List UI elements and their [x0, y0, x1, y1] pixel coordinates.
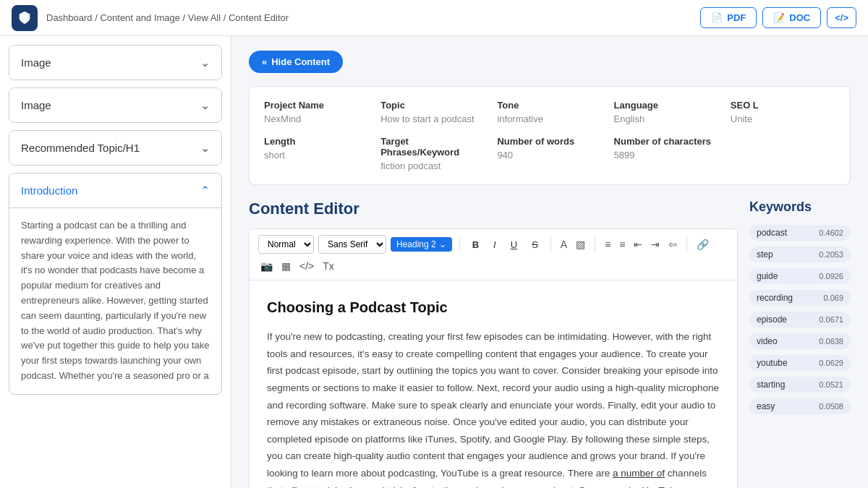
keywords-panel: Keywords podcast0.4602step0.2053guide0.0… — [749, 200, 851, 488]
code-block-icon[interactable]: </> — [297, 258, 316, 274]
keyword-tag: podcast0.4602 — [749, 225, 851, 241]
header-left: Dashboard / Content and Image / View All… — [12, 5, 289, 31]
editor-content-body: If you're new to podcasting, creating yo… — [267, 328, 720, 488]
font-select[interactable]: Sans Serif — [318, 235, 386, 254]
keyword-tag: easy0.0508 — [749, 398, 851, 414]
pdf-icon: 📄 — [711, 12, 723, 23]
keyword-score: 0.0629 — [819, 359, 843, 367]
style-select[interactable]: Normal — [258, 235, 314, 254]
main-layout: Image ⌄ Image ⌄ Recommended Topic/H1 ⌄ I… — [0, 36, 868, 488]
code-icon: </> — [835, 12, 848, 23]
keyword-score: 0.2053 — [819, 250, 843, 259]
chevron-down-icon: ⌄ — [200, 98, 210, 112]
editor-column: Content Editor Normal Sans Serif Heading… — [249, 200, 738, 488]
code-button[interactable]: </> — [827, 7, 856, 28]
italic-button[interactable]: I — [488, 236, 501, 254]
keyword-name: guide — [757, 271, 778, 281]
sidebar-item-image2-header[interactable]: Image ⌄ — [9, 88, 221, 122]
sidebar-item-introduction: Introduction ⌃ Starting a podcast can be… — [9, 173, 222, 395]
chevron-down-icon: ⌄ — [200, 141, 210, 155]
meta-tone: Tone informative — [497, 100, 602, 124]
sidebar-item-recommended-header[interactable]: Recommended Topic/H1 ⌄ — [9, 131, 221, 165]
chevron-down-icon: ⌄ — [439, 239, 446, 249]
keyword-tag: starting0.0521 — [749, 377, 851, 393]
toolbar-separator3 — [595, 237, 595, 252]
editor-toolbar: Normal Sans Serif Heading 2 ⌄ B I U — [250, 229, 737, 281]
doc-icon: 📝 — [773, 12, 785, 23]
chevron-down-icon: ⌄ — [200, 56, 210, 69]
keyword-tag: video0.0638 — [749, 333, 851, 349]
chevrons-left-icon: « — [262, 56, 267, 67]
meta-target: Target Phrases/Keyword fiction podcast — [380, 136, 485, 171]
keyword-score: 0.0926 — [819, 272, 843, 281]
toolbar-separator — [459, 237, 460, 252]
list-ordered-icon[interactable]: ≡ — [603, 236, 613, 252]
breadcrumb: Dashboard / Content and Image / View All… — [46, 12, 289, 23]
meta-project: Project Name NexMind — [264, 100, 369, 124]
keyword-score: 0.0638 — [819, 337, 843, 346]
keyword-score: 0.4602 — [819, 228, 843, 237]
meta-seo: SEO L Unite — [731, 100, 835, 124]
pdf-button[interactable]: 📄 PDF — [700, 7, 757, 28]
keyword-score: 0.0521 — [819, 380, 843, 389]
toolbar-separator4 — [686, 237, 687, 252]
keyword-tag: step0.2053 — [749, 247, 851, 262]
logo — [12, 5, 38, 31]
keyword-name: youtube — [757, 358, 788, 368]
keyword-score: 0.0508 — [819, 402, 843, 411]
keyword-name: podcast — [757, 228, 787, 238]
editor-section: Content Editor Normal Sans Serif Heading… — [249, 200, 851, 488]
sidebar: Image ⌄ Image ⌄ Recommended Topic/H1 ⌄ I… — [0, 36, 231, 488]
sidebar-item-recommended: Recommended Topic/H1 ⌄ — [9, 130, 222, 166]
sidebar-item-image1: Image ⌄ — [9, 45, 222, 80]
sidebar-item-introduction-content: Starting a podcast can be a thrilling an… — [9, 208, 221, 394]
clear-format-icon[interactable]: Tx — [320, 258, 336, 274]
highlight-icon[interactable]: ▧ — [574, 236, 587, 252]
link-icon[interactable]: 🔗 — [694, 236, 711, 252]
strikethrough-button[interactable]: S — [527, 236, 543, 254]
meta-words: Number of words 940 — [497, 136, 602, 171]
keyword-name: easy — [757, 401, 775, 411]
editor-content-heading: Choosing a Podcast Topic — [267, 295, 720, 320]
sidebar-item-image2: Image ⌄ — [9, 87, 222, 123]
table-icon[interactable]: ▦ — [279, 258, 293, 274]
list-unordered-icon[interactable]: ≡ — [617, 236, 627, 252]
meta-length: Length short — [264, 136, 369, 171]
editor-body[interactable]: Choosing a Podcast Topic If you're new t… — [250, 281, 737, 488]
header: Dashboard / Content and Image / View All… — [0, 0, 868, 36]
hide-content-button[interactable]: « Hide Content — [249, 51, 343, 73]
keyword-name: video — [757, 336, 778, 346]
heading-select[interactable]: Heading 2 ⌄ — [391, 237, 452, 252]
keyword-name: step — [757, 249, 773, 260]
chevron-up-icon: ⌃ — [200, 184, 210, 197]
keyword-score: 0.0671 — [819, 315, 843, 324]
keyword-name: episode — [757, 314, 787, 325]
keyword-tag: recording0.069 — [749, 290, 851, 306]
keyword-name: recording — [757, 293, 793, 303]
sidebar-item-introduction-header[interactable]: Introduction ⌃ — [9, 174, 221, 208]
keyword-tag: guide0.0926 — [749, 268, 851, 284]
editor-section-title: Content Editor — [249, 200, 738, 218]
align-right-icon[interactable]: ⇦ — [666, 236, 679, 252]
keywords-list: podcast0.4602step0.2053guide0.0926record… — [749, 225, 851, 420]
font-color-icon[interactable]: A — [558, 236, 569, 252]
content-area: « Hide Content Project Name NexMind Topi… — [231, 36, 868, 488]
header-right: 📄 PDF 📝 DOC </> — [700, 7, 856, 28]
doc-button[interactable]: 📝 DOC — [762, 7, 821, 28]
editor-card[interactable]: Normal Sans Serif Heading 2 ⌄ B I U — [249, 228, 738, 488]
keyword-score: 0.069 — [823, 294, 843, 302]
meta-topic: Topic How to start a podcast — [380, 100, 485, 124]
meta-chars: Number of characters 5899 — [614, 136, 719, 171]
keyword-tag: episode0.0671 — [749, 312, 851, 328]
bold-button[interactable]: B — [467, 236, 484, 254]
image-icon[interactable]: 📷 — [258, 258, 275, 274]
align-left-icon[interactable]: ⇤ — [631, 236, 644, 252]
toolbar-separator2 — [550, 237, 551, 252]
keyword-tag: youtube0.0629 — [749, 355, 851, 371]
sidebar-item-image1-header[interactable]: Image ⌄ — [9, 46, 221, 80]
underline-button[interactable]: U — [506, 236, 522, 254]
keywords-title: Keywords — [749, 200, 851, 215]
align-center-icon[interactable]: ⇥ — [649, 236, 662, 252]
meta-language: Language English — [614, 100, 719, 124]
keyword-name: starting — [757, 380, 785, 390]
